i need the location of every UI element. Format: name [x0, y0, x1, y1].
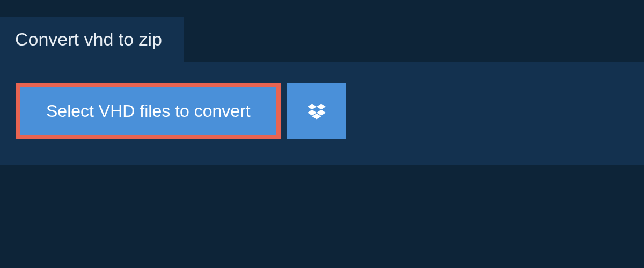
- button-row: Select VHD files to convert: [16, 83, 628, 139]
- page-title: Convert vhd to zip: [15, 29, 162, 49]
- dropbox-icon: [308, 103, 326, 120]
- select-files-button[interactable]: Select VHD files to convert: [16, 83, 281, 139]
- tab-header: Convert vhd to zip: [0, 17, 184, 62]
- content-panel: Select VHD files to convert: [0, 62, 644, 165]
- dropbox-button[interactable]: [287, 83, 346, 139]
- select-files-button-label: Select VHD files to convert: [46, 101, 251, 121]
